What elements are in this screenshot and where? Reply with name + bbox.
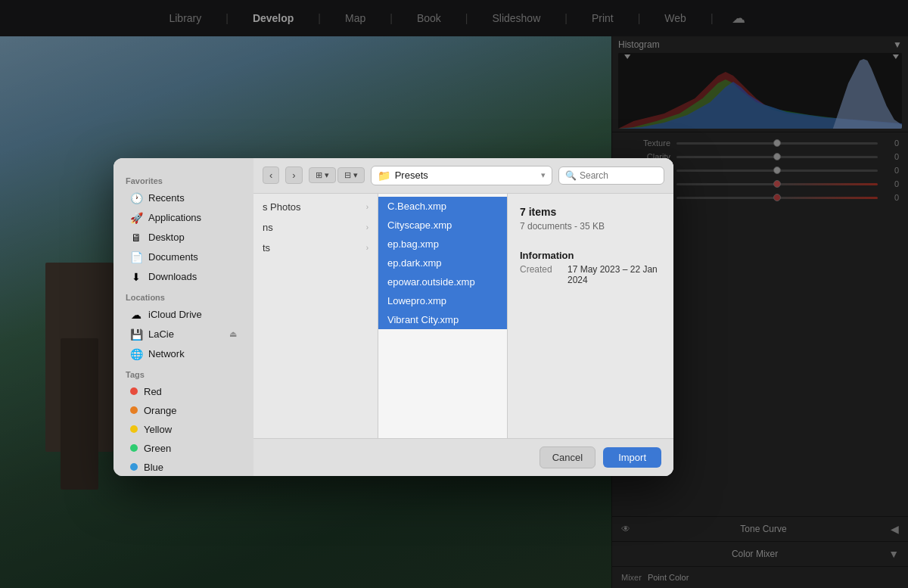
photos-arrow-icon: › xyxy=(366,203,368,211)
file-name-epowar: epowar.outside.xmp xyxy=(387,276,475,288)
import-button[interactable]: Import xyxy=(603,447,661,468)
favorites-section-label: Favorites xyxy=(114,170,253,188)
info-count: 7 items xyxy=(520,206,661,218)
icloud-label: iCloud Drive xyxy=(148,309,202,320)
file-item-epowar[interactable]: epowar.outside.xmp xyxy=(378,272,507,291)
network-label: Network xyxy=(148,348,185,359)
search-box: 🔍 xyxy=(558,166,664,185)
grid-view-button[interactable]: ⊟ ▾ xyxy=(337,167,365,183)
view-switcher: ⊞ ▾ ⊟ ▾ xyxy=(309,167,365,183)
sidebar-item-network[interactable]: 🌐 Network xyxy=(118,344,249,364)
grid-view-icon: ⊟ xyxy=(344,170,351,180)
folder-icon: 📁 xyxy=(378,170,390,182)
sidebar-item-tag-red[interactable]: Red xyxy=(118,382,249,401)
blue-tag-label: Blue xyxy=(144,462,163,473)
yellow-tag-dot xyxy=(130,425,138,433)
orange-tag-label: Orange xyxy=(144,405,176,416)
cancel-button[interactable]: Cancel xyxy=(540,446,595,468)
downloads-label: Downloads xyxy=(148,271,197,282)
left-item-ns[interactable]: ns › xyxy=(253,217,378,238)
blue-tag-dot xyxy=(130,463,138,471)
file-name-vibrantcity: Vibrant City.xmp xyxy=(387,314,459,325)
green-tag-dot xyxy=(130,444,138,452)
file-item-epbag[interactable]: ep.bag.xmp xyxy=(378,235,507,254)
sidebar-item-recents[interactable]: 🕐 Recents xyxy=(118,188,249,208)
sidebar-item-documents[interactable]: 📄 Documents xyxy=(118,247,249,267)
column-view-label: ▾ xyxy=(325,170,329,180)
file-item-epdark[interactable]: ep.dark.xmp xyxy=(378,254,507,272)
left-item-ts[interactable]: ts › xyxy=(253,238,378,258)
file-name-epdark: ep.dark.xmp xyxy=(387,257,442,269)
file-name-epbag: ep.bag.xmp xyxy=(387,238,439,250)
lacie-eject-icon[interactable]: ⏏ xyxy=(229,329,237,339)
dialog-footer: Cancel Import xyxy=(253,438,673,476)
info-created-value: 17 May 2023 – 22 Jan 2024 xyxy=(568,264,661,285)
red-tag-dot xyxy=(130,387,138,395)
dialog-content: s Photos › ns › ts › C.Beach.xmp xyxy=(253,194,673,438)
info-panel: 7 items 7 documents - 35 KB Information … xyxy=(507,194,673,438)
tags-section-label: Tags xyxy=(114,364,253,382)
dialog-main: ‹ › ⊞ ▾ ⊟ ▾ 📁 Presets ▾ xyxy=(253,158,673,476)
icloud-icon: ☁ xyxy=(130,309,142,321)
info-sub: 7 documents - 35 KB xyxy=(520,221,661,232)
applications-label: Applications xyxy=(148,212,201,223)
green-tag-label: Green xyxy=(144,443,171,454)
file-name-lowepro: Lowepro.xmp xyxy=(387,295,446,306)
sidebar-item-tag-yellow[interactable]: Yellow xyxy=(118,420,249,439)
documents-icon: 📄 xyxy=(130,251,142,263)
network-icon: 🌐 xyxy=(130,348,142,360)
sidebar-item-lacie[interactable]: 💾 LaCie ⏏ xyxy=(118,325,249,344)
ts-label: ts xyxy=(263,242,270,254)
breadcrumb-text: Presets xyxy=(395,170,536,181)
ts-arrow-icon: › xyxy=(366,244,368,252)
applications-icon: 🚀 xyxy=(130,212,142,224)
column-view-button[interactable]: ⊞ ▾ xyxy=(309,167,336,183)
ns-label: ns xyxy=(263,222,273,233)
breadcrumb-dropdown[interactable]: 📁 Presets ▾ xyxy=(371,166,552,185)
sidebar-item-downloads[interactable]: ⬇ Downloads xyxy=(118,267,249,287)
file-item-vibrantcity[interactable]: Vibrant City.xmp xyxy=(378,310,507,329)
orange-tag-dot xyxy=(130,406,138,414)
red-tag-label: Red xyxy=(144,386,162,397)
dialog-overlay: Favorites 🕐 Recents 🚀 Applications 🖥 Des… xyxy=(0,0,908,588)
sidebar-item-tag-orange[interactable]: Orange xyxy=(118,401,249,420)
file-item-lowepro[interactable]: Lowepro.xmp xyxy=(378,291,507,310)
left-item-photos[interactable]: s Photos › xyxy=(253,197,378,217)
desktop-icon: 🖥 xyxy=(130,232,142,244)
dialog-sidebar: Favorites 🕐 Recents 🚀 Applications 🖥 Des… xyxy=(114,158,253,476)
dialog-toolbar: ‹ › ⊞ ▾ ⊟ ▾ 📁 Presets ▾ xyxy=(253,158,673,194)
sidebar-item-tag-blue[interactable]: Blue xyxy=(118,458,249,476)
sidebar-item-desktop[interactable]: 🖥 Desktop xyxy=(118,228,249,247)
yellow-tag-label: Yellow xyxy=(144,424,172,435)
sidebar-item-icloud[interactable]: ☁ iCloud Drive xyxy=(118,305,249,325)
sidebar-item-tag-green[interactable]: Green xyxy=(118,439,249,458)
downloads-icon: ⬇ xyxy=(130,271,142,283)
info-section-title: Information xyxy=(520,250,661,261)
column-view-icon: ⊞ xyxy=(316,170,322,180)
file-list: C.Beach.xmp Cityscape.xmp ep.bag.xmp ep.… xyxy=(378,194,507,438)
documents-label: Documents xyxy=(148,251,198,263)
file-browser-dialog: Favorites 🕐 Recents 🚀 Applications 🖥 Des… xyxy=(114,158,673,476)
recents-icon: 🕐 xyxy=(130,192,142,204)
desktop-label: Desktop xyxy=(148,232,185,243)
grid-view-label: ▾ xyxy=(353,170,358,180)
photos-label: s Photos xyxy=(263,201,301,213)
ns-arrow-icon: › xyxy=(366,223,368,232)
file-name-cbeach: C.Beach.xmp xyxy=(387,201,446,212)
info-created-row: Created 17 May 2023 – 22 Jan 2024 xyxy=(520,264,661,285)
lacie-icon: 💾 xyxy=(130,328,142,341)
left-column-panel: s Photos › ns › ts › xyxy=(253,194,378,438)
info-created-label: Created xyxy=(520,264,561,285)
recents-label: Recents xyxy=(148,192,185,204)
breadcrumb-chevron-icon: ▾ xyxy=(541,170,546,180)
forward-button[interactable]: › xyxy=(285,166,302,184)
file-item-cbeach[interactable]: C.Beach.xmp xyxy=(378,197,507,216)
sidebar-item-applications[interactable]: 🚀 Applications xyxy=(118,208,249,228)
search-input[interactable] xyxy=(580,170,655,181)
search-icon: 🔍 xyxy=(565,170,577,181)
locations-section-label: Locations xyxy=(114,287,253,305)
file-name-cityscape: Cityscape.xmp xyxy=(387,219,452,231)
file-item-cityscape[interactable]: Cityscape.xmp xyxy=(378,216,507,235)
lacie-label: LaCie xyxy=(148,328,174,340)
back-button[interactable]: ‹ xyxy=(263,166,279,184)
